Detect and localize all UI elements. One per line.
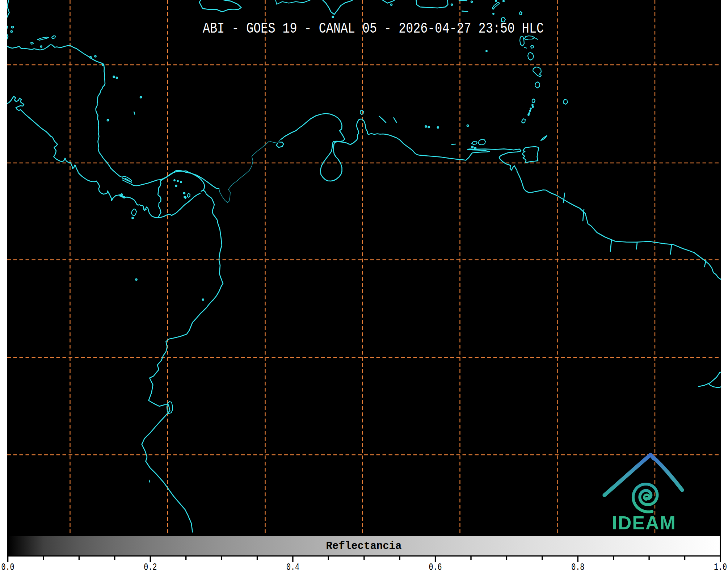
svg-text:ABI - GOES 19 - CANAL 05 - 202: ABI - GOES 19 - CANAL 05 - 2026-04-27 23… — [203, 21, 544, 37]
svg-text:0.2: 0.2 — [144, 562, 157, 571]
svg-text:Reflectancia: Reflectancia — [326, 540, 402, 552]
svg-text:0.6: 0.6 — [429, 562, 442, 571]
svg-text:0.8: 0.8 — [571, 562, 584, 571]
svg-text:IDEAM: IDEAM — [612, 512, 676, 533]
svg-text:1.0: 1.0 — [714, 562, 727, 571]
svg-text:0.0: 0.0 — [1, 562, 14, 571]
svg-text:0.4: 0.4 — [286, 562, 299, 571]
